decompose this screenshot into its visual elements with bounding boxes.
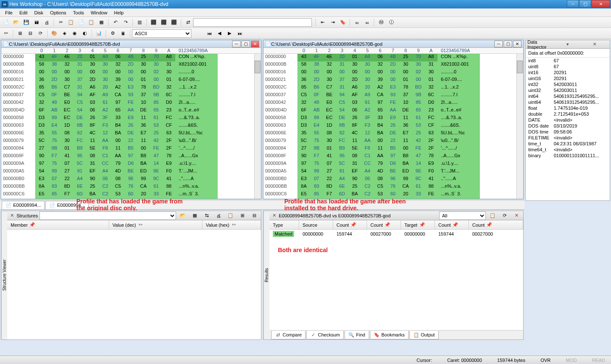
byte-cell[interactable]: BA: [374, 130, 387, 138]
inspector-row[interactable]: uint867: [526, 64, 610, 69]
byte-cell[interactable]: 6C: [163, 92, 175, 100]
win-minimize-button[interactable]: ─: [494, 41, 503, 47]
struct-tool6-icon[interactable]: ⊟: [249, 211, 259, 220]
byte-cell[interactable]: 85: [48, 191, 61, 199]
byte-cell[interactable]: 53: [374, 191, 387, 199]
byte-cell[interactable]: D3: [35, 115, 48, 122]
col-value-dec[interactable]: Value (dec)✏: [109, 220, 202, 229]
byte-cell[interactable]: 6C: [425, 92, 437, 100]
byte-cell[interactable]: 26: [124, 122, 137, 130]
byte-cell[interactable]: 06: [374, 54, 387, 61]
byte-cell[interactable]: 99: [137, 176, 150, 183]
pencil-icon[interactable]: ✏: [1, 29, 11, 38]
byte-cell[interactable]: 31: [86, 161, 99, 168]
inspector-row[interactable]: DATE<invalid>: [526, 117, 610, 123]
ascii-cell[interactable]: .."......A: [437, 176, 480, 183]
byte-cell[interactable]: D6: [387, 161, 399, 168]
byte-cell[interactable]: F7: [310, 153, 323, 161]
byte-cell[interactable]: 79: [112, 161, 124, 168]
ascii-cell[interactable]: '...^....../: [437, 145, 480, 153]
byte-cell[interactable]: 11: [137, 115, 150, 122]
address-combo[interactable]: [193, 18, 312, 27]
ascii-cell[interactable]: 6-07-09....: [437, 77, 480, 84]
byte-cell[interactable]: 30: [361, 77, 374, 84]
hex-16-icon[interactable]: ₁₆: [362, 18, 372, 27]
byte-cell[interactable]: 27: [35, 145, 48, 153]
inspector-row[interactable]: time64_t<invalid>: [526, 147, 610, 153]
byte-cell[interactable]: 53: [412, 122, 425, 130]
byte-cell[interactable]: 0F: [48, 92, 61, 100]
ascii-cell[interactable]: 5U.bL....%c: [175, 130, 218, 138]
byte-cell[interactable]: 8A: [297, 183, 310, 191]
col-count4[interactable]: Count📌: [469, 220, 523, 229]
intel-icon[interactable]: ⓘ: [387, 18, 396, 27]
byte-cell[interactable]: FE: [425, 191, 437, 199]
byte-cell[interactable]: 61: [99, 100, 112, 107]
byte-cell[interactable]: 39: [374, 77, 387, 84]
byte-cell[interactable]: BE: [387, 168, 399, 176]
byte-cell[interactable]: F7: [61, 191, 73, 199]
byte-cell[interactable]: E3: [297, 176, 310, 183]
byte-cell[interactable]: A2: [361, 107, 374, 115]
col-target[interactable]: Target📌: [401, 220, 435, 229]
cut-icon[interactable]: ✂: [56, 18, 65, 27]
byte-cell[interactable]: 8A: [35, 183, 48, 191]
byte-cell[interactable]: 8F: [86, 122, 99, 130]
byte-cell[interactable]: FE: [150, 145, 163, 153]
byte-cell[interactable]: 01: [61, 145, 73, 153]
byte-cell[interactable]: C2: [99, 183, 112, 191]
byte-cell[interactable]: 11: [112, 145, 124, 153]
byte-cell[interactable]: A6: [86, 84, 99, 92]
byte-cell[interactable]: 90: [35, 153, 48, 161]
byte-cell[interactable]: E3: [124, 84, 137, 92]
byte-cell[interactable]: C5: [73, 100, 86, 107]
byte-cell[interactable]: C7: [323, 84, 336, 92]
byte-cell[interactable]: ED: [137, 168, 150, 176]
nav-next-icon[interactable]: ▶: [225, 29, 234, 38]
byte-cell[interactable]: 55: [48, 130, 61, 138]
byte-cell[interactable]: EC: [61, 115, 73, 122]
structures-body[interactable]: [7, 230, 261, 339]
ascii-cell[interactable]: .u.\1.y....: [437, 161, 480, 168]
byte-cell[interactable]: 36: [35, 77, 48, 84]
byte-cell[interactable]: 37: [73, 77, 86, 84]
byte-cell[interactable]: 8B: [336, 122, 348, 130]
encoding-select[interactable]: ASCII: [132, 29, 191, 38]
byte-cell[interactable]: 88: [425, 183, 437, 191]
byte-cell[interactable]: 03: [348, 100, 361, 107]
redo-icon[interactable]: ↷: [121, 18, 130, 27]
byte-cell[interactable]: E3: [35, 176, 48, 183]
ascii-cell[interactable]: 6-07-09....: [175, 77, 218, 84]
byte-cell[interactable]: F7: [48, 153, 61, 161]
byte-cell[interactable]: AB: [310, 107, 323, 115]
byte-cell[interactable]: 85: [310, 191, 323, 199]
byte-cell[interactable]: 07: [61, 161, 73, 168]
byte-cell[interactable]: 78: [163, 153, 175, 161]
byte-cell[interactable]: 9C: [412, 176, 425, 183]
byte-cell[interactable]: 65: [150, 107, 163, 115]
byte-cell[interactable]: D3: [297, 115, 310, 122]
byte-cell[interactable]: 30: [163, 69, 175, 77]
byte-cell[interactable]: A2: [112, 84, 124, 92]
byte-cell[interactable]: BA: [86, 191, 99, 199]
byte-cell[interactable]: 99: [399, 176, 412, 183]
byte-cell[interactable]: 41: [61, 153, 73, 161]
byte-cell[interactable]: 36: [297, 77, 310, 84]
byte-cell[interactable]: 42: [150, 138, 163, 145]
byte-cell[interactable]: 61: [150, 183, 163, 191]
byte-cell[interactable]: 61: [150, 115, 163, 122]
byte-cell[interactable]: 60: [387, 191, 399, 199]
byte-cell[interactable]: 27: [297, 145, 310, 153]
colors4-icon[interactable]: ◐: [80, 29, 90, 38]
byte-cell[interactable]: C2: [361, 183, 374, 191]
ascii-cell[interactable]: ...n%..v.a.: [175, 183, 218, 191]
ascii-cell[interactable]: ..A......Gx: [437, 153, 480, 161]
hex-body-right[interactable]: 00000000434F4E2001A8064B2570A8CON ...K%p…: [263, 54, 516, 199]
byte-cell[interactable]: E7: [399, 130, 412, 138]
byte-cell[interactable]: 11: [137, 138, 150, 145]
menu-tools[interactable]: Tools: [70, 9, 87, 16]
bookmark-icon[interactable]: 🔖: [338, 18, 348, 27]
byte-cell[interactable]: AF: [348, 92, 361, 100]
byte-cell[interactable]: E9: [124, 115, 137, 122]
menu-disk[interactable]: Disk: [31, 9, 47, 16]
